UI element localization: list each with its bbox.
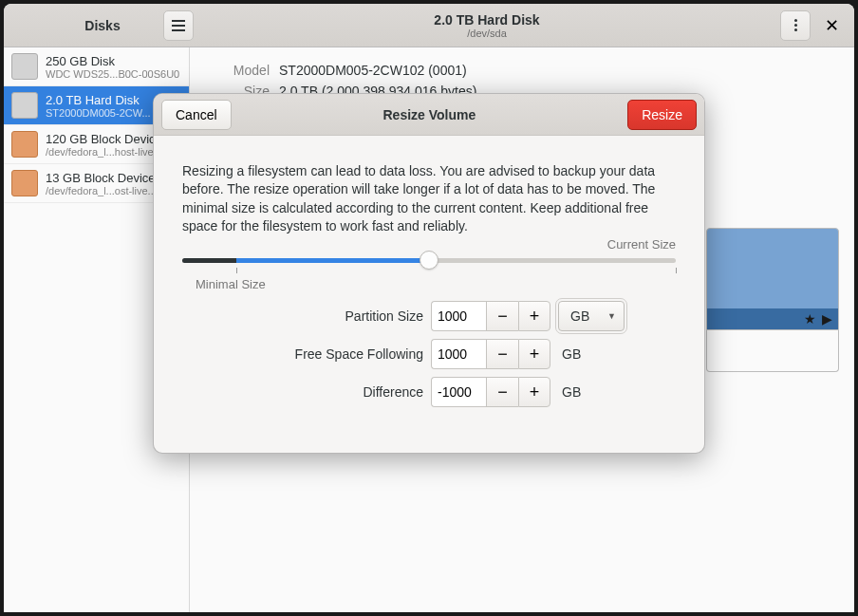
free-space-input[interactable]	[431, 339, 486, 369]
free-space-spinner: − +	[431, 339, 550, 369]
dialog-header: Cancel Resize Volume Resize	[154, 94, 704, 136]
difference-spinner: − +	[431, 377, 550, 407]
free-space-unit: GB	[558, 346, 625, 362]
dialog-title: Resize Volume	[232, 107, 628, 122]
slider-tick-min	[236, 268, 237, 273]
slider-thumb[interactable]	[420, 251, 438, 270]
difference-input[interactable]	[431, 377, 486, 407]
free-space-increment[interactable]: +	[518, 339, 550, 369]
partition-size-increment[interactable]: +	[518, 301, 550, 331]
plus-icon: +	[530, 383, 540, 401]
cancel-button[interactable]: Cancel	[161, 100, 232, 130]
unit-dropdown[interactable]: GB ▼	[558, 301, 625, 331]
difference-decrement[interactable]: −	[486, 377, 518, 407]
slider-fill	[236, 258, 429, 263]
minimal-size-label: Minimal Size	[196, 277, 266, 291]
difference-unit: GB	[558, 384, 625, 400]
free-space-decrement[interactable]: −	[486, 339, 518, 369]
dialog-body: Resizing a filesystem can lead to data l…	[154, 136, 704, 453]
form-rows: Partition Size − + GB ▼ Free Space Follo…	[182, 301, 676, 407]
unit-dropdown-value: GB	[570, 308, 589, 324]
current-size-label: Current Size	[607, 237, 676, 252]
slider-tick-current	[676, 268, 677, 273]
row-difference: Difference − + GB	[233, 377, 625, 407]
modal-overlay: Cancel Resize Volume Resize Resizing a f…	[0, 0, 858, 616]
difference-increment[interactable]: +	[518, 377, 550, 407]
partition-size-input[interactable]	[431, 301, 486, 331]
difference-label: Difference	[233, 384, 423, 400]
slider-track[interactable]	[182, 258, 676, 263]
plus-icon: +	[530, 345, 540, 363]
minus-icon: −	[497, 383, 508, 401]
minus-icon: −	[497, 308, 508, 325]
dialog-description: Resizing a filesystem can lead to data l…	[182, 162, 676, 235]
partition-size-decrement[interactable]: −	[486, 301, 518, 331]
row-partition-size: Partition Size − + GB ▼	[233, 301, 625, 331]
partition-size-spinner: − +	[431, 301, 550, 331]
plus-icon: +	[530, 308, 540, 325]
slider-minimum-region	[182, 258, 236, 263]
free-space-label: Free Space Following	[233, 346, 423, 362]
row-free-space: Free Space Following − + GB	[233, 339, 625, 369]
resize-button[interactable]: Resize	[627, 100, 697, 130]
resize-dialog: Cancel Resize Volume Resize Resizing a f…	[153, 93, 705, 454]
size-slider: Current Size Minimal Size	[182, 258, 676, 263]
chevron-down-icon: ▼	[607, 311, 616, 321]
partition-size-label: Partition Size	[233, 308, 423, 324]
minus-icon: −	[497, 345, 508, 363]
